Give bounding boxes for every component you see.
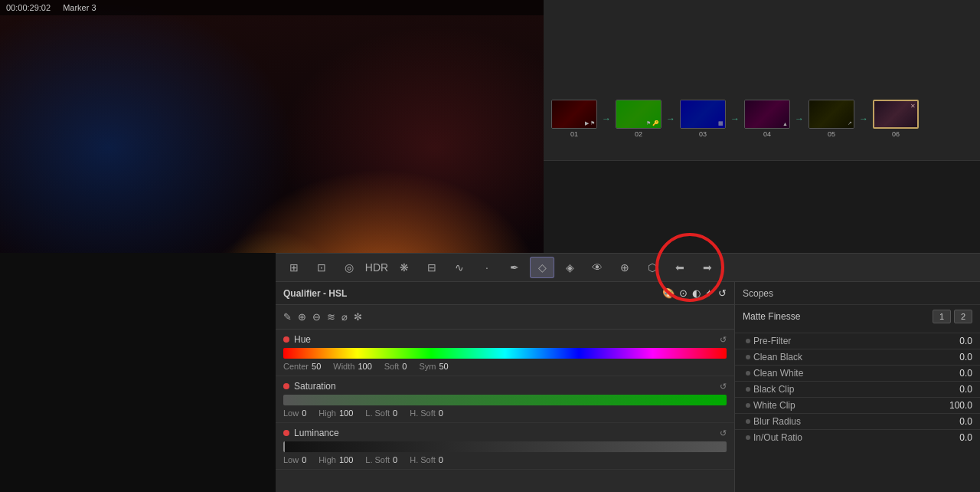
qualifier-icon-5[interactable]: ↺ [718,287,727,299]
lum-low: 0 [302,455,306,464]
toolbar-btn-shape[interactable]: ◇ [530,257,554,278]
node-04[interactable]: ▲ 04 [744,100,790,138]
arrow-3-4: → [730,113,740,124]
hue-sym: 50 [439,362,448,371]
param-value: 0.0 [934,384,972,395]
hue-reset-icon[interactable]: ↺ [720,335,727,345]
node-05[interactable]: ↗ 05 [808,100,854,138]
node-03[interactable]: ▦ 03 [680,100,726,138]
hue-section: Hue ↺ Center 50 Width 100 Soft 0 Sym 50 [276,330,734,376]
param-reset-dot [746,355,750,359]
tool-smooth[interactable]: ≋ [327,311,335,323]
param-value: 100.0 [934,400,972,411]
toolbar-btn-forward[interactable]: ➡ [695,257,720,278]
toolbar-btn-plus[interactable]: ⊕ [612,257,637,278]
lum-values: Low 0 High 100 L. Soft 0 H. Soft 0 [283,455,727,464]
toolbar-btn-dot[interactable]: · [475,257,499,278]
qualifier-icon-2[interactable]: ⊙ [679,287,688,299]
matte-btn-1[interactable]: 1 [933,310,951,323]
param-row-pre-filter[interactable]: Pre-Filter 0.0 [735,333,980,349]
toolbar-btn-circle[interactable]: ◎ [337,257,361,278]
qualifier-icon-group: 🎨 ⊙ ◐ ✦ ↺ [662,287,727,299]
hue-center: 50 [312,362,321,371]
toolbar-btn-text[interactable]: ⊟ [420,257,444,278]
param-reset-dot [746,435,750,440]
param-name: Clean White [753,368,934,379]
hue-slider[interactable] [283,348,727,359]
sat-values: Low 0 High 100 L. Soft 0 H. Soft 0 [283,408,727,418]
qualifier-panel: Qualifier - HSL 🎨 ⊙ ◐ ✦ ↺ ✎ ⊕ ⊖ ≋ ⌀ ✼ Hu… [276,282,735,492]
tool-magic[interactable]: ✼ [354,311,362,323]
param-value: 0.0 [934,416,972,427]
matte-finesse-header: Matte Finesse 1 2 [743,310,972,323]
arrow-5-6: → [859,113,868,124]
tool-subtract[interactable]: ⊖ [312,311,321,323]
lum-slider[interactable] [283,441,727,452]
toolbar-btn-eye[interactable]: 👁 [585,257,609,278]
sat-lsoft: 0 [393,408,397,418]
scopes-area: Scopes Matte Finesse 1 2 Pre-Filter 0.0 … [735,282,980,492]
param-name: Clean Black [753,352,934,362]
qualifier-header: Qualifier - HSL 🎨 ⊙ ◐ ✦ ↺ [276,282,734,305]
param-name: Blur Radius [753,416,934,427]
hue-label: Hue [294,334,311,345]
toolbar-btn-blob[interactable]: ❋ [392,257,416,278]
toolbar: ⊞ ⊡ ◎ HDR ❋ ⊟ ∿ · ✒ ◇ ◈ 👁 ⊕ ⬡ ⬅ ➡ [276,253,980,282]
param-reset-dot [746,387,750,392]
param-row-clean-white[interactable]: Clean White 0.0 [735,365,980,381]
sat-slider[interactable] [283,395,727,405]
node-01[interactable]: ▶ ⚑ 01 [551,100,597,138]
param-row-clean-black[interactable]: Clean Black 0.0 [735,349,980,365]
param-reset-dot [746,371,750,376]
param-name: White Clip [753,400,934,411]
qualifier-icon-4[interactable]: ✦ [705,287,714,299]
param-name: In/Out Ratio [753,432,934,443]
node-02[interactable]: ⚑ 🔑 02 [616,100,662,138]
sat-low: 0 [302,408,306,418]
toolbar-btn-back[interactable]: ⬅ [668,257,692,278]
param-name: Pre-Filter [753,336,934,346]
arrow-2-3: → [666,113,675,124]
qualifier-icon-1[interactable]: 🎨 [662,287,675,299]
param-value: 0.0 [934,352,972,362]
sat-hsoft: 0 [439,408,443,418]
matte-params-list: Pre-Filter 0.0 Clean Black 0.0 Clean Whi… [735,333,980,492]
lum-hsoft: 0 [439,455,443,464]
toolbar-btn-grid[interactable]: ⊡ [309,257,334,278]
toolbar-btn-shape2[interactable]: ◈ [557,257,582,278]
lum-dot [283,430,289,436]
lum-lsoft: 0 [393,455,397,464]
param-row-white-clip[interactable]: White Clip 100.0 [735,397,980,413]
toolbar-btn-qualifier[interactable]: ⊞ [282,257,306,278]
node-06[interactable]: ✕ 06 [873,100,919,138]
hue-values: Center 50 Width 100 Soft 0 Sym 50 [283,362,727,371]
tool-add[interactable]: ⊕ [298,311,306,323]
toolbar-btn-pen[interactable]: ✒ [502,257,527,278]
qualifier-tools: ✎ ⊕ ⊖ ≋ ⌀ ✼ [276,305,734,330]
marker-label: Marker 3 [63,3,96,12]
hue-dot [283,336,289,343]
qualifier-icon-3[interactable]: ◐ [692,287,701,299]
sat-label: Saturation [294,381,336,392]
tool-reset[interactable]: ⌀ [341,311,348,323]
timecode: 00:00:29:02 [6,3,51,12]
matte-finesse-section: Matte Finesse 1 2 [735,305,980,333]
arrow-4-5: → [795,113,804,124]
param-row-blur-radius[interactable]: Blur Radius 0.0 [735,413,980,429]
toolbar-btn-hdr[interactable]: HDR [364,257,389,278]
bottom-black-area [0,253,276,492]
lum-reset-icon[interactable]: ↺ [720,428,727,438]
matte-finesse-title: Matte Finesse [743,311,800,322]
matte-btn-2[interactable]: 2 [954,310,972,323]
toolbar-btn-curve[interactable]: ∿ [447,257,472,278]
tool-eyedropper[interactable]: ✎ [283,311,292,323]
sat-reset-icon[interactable]: ↺ [720,382,727,392]
toolbar-btn-puzzle[interactable]: ⬡ [640,257,665,278]
node-graph: ▶ ⚑ 01 → ⚑ 🔑 02 → ▦ 03 → ▲ [544,0,980,161]
qualifier-title: Qualifier - HSL [283,288,347,299]
param-row-in/out-ratio[interactable]: In/Out Ratio 0.0 [735,429,980,445]
param-reset-dot [746,419,750,424]
scopes-label: Scopes [743,288,773,299]
video-overlay-top: 00:00:29:02 Marker 3 [0,0,544,15]
param-row-black-clip[interactable]: Black Clip 0.0 [735,381,980,397]
